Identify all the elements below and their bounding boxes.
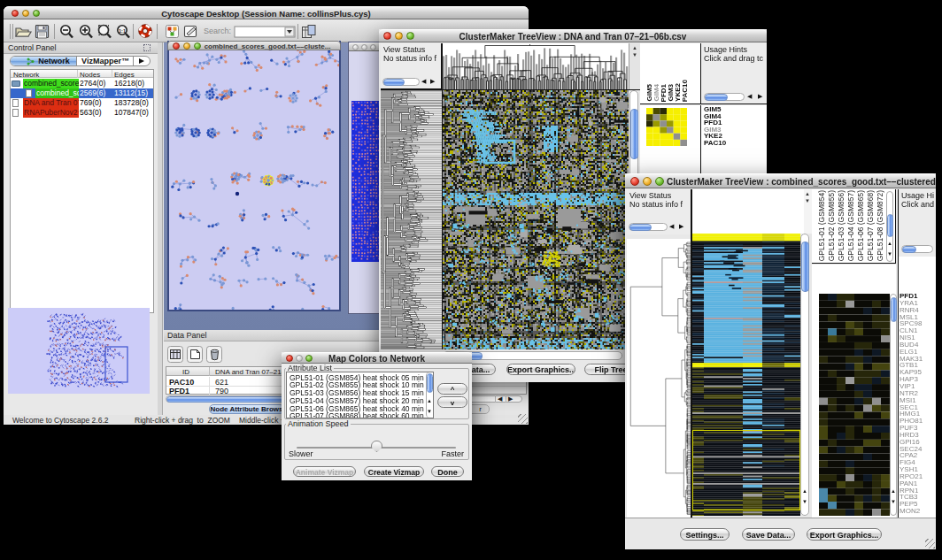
svg-text:1:1: 1:1: [119, 28, 126, 34]
svg-text:Search:: Search:: [204, 27, 231, 35]
